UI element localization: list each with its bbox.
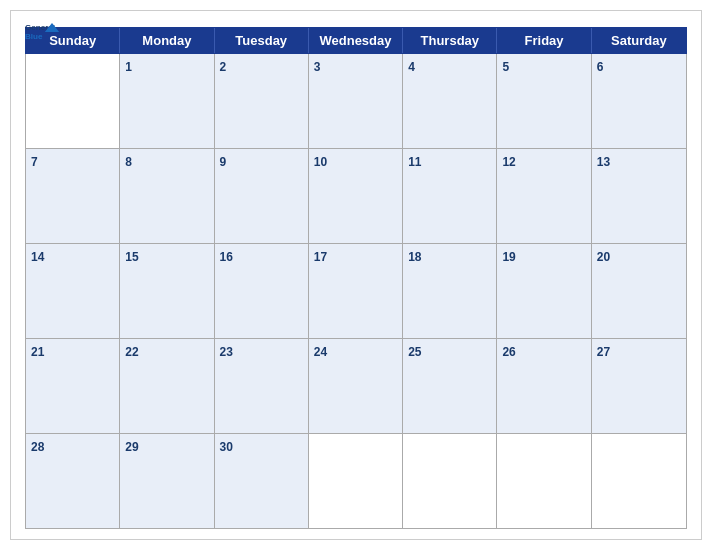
week-row-3: 14151617181920	[26, 244, 686, 339]
date-number: 18	[408, 250, 421, 264]
cal-cell: 4	[403, 54, 497, 148]
cal-cell	[26, 54, 120, 148]
day-name-monday: Monday	[120, 28, 214, 53]
cal-cell: 18	[403, 244, 497, 338]
date-number: 15	[125, 250, 138, 264]
days-header: SundayMondayTuesdayWednesdayThursdayFrid…	[25, 27, 687, 54]
cal-cell: 30	[215, 434, 309, 528]
date-number: 30	[220, 440, 233, 454]
date-number: 26	[502, 345, 515, 359]
cal-cell: 7	[26, 149, 120, 243]
cal-cell: 21	[26, 339, 120, 433]
cal-cell: 6	[592, 54, 686, 148]
cal-cell	[592, 434, 686, 528]
date-number: 29	[125, 440, 138, 454]
cal-cell: 26	[497, 339, 591, 433]
logo-icon: General Blue	[25, 21, 61, 41]
cal-cell	[403, 434, 497, 528]
date-number: 22	[125, 345, 138, 359]
cal-cell: 2	[215, 54, 309, 148]
cal-cell: 15	[120, 244, 214, 338]
cal-cell: 9	[215, 149, 309, 243]
cal-cell: 22	[120, 339, 214, 433]
day-name-thursday: Thursday	[403, 28, 497, 53]
date-number: 10	[314, 155, 327, 169]
week-row-2: 78910111213	[26, 149, 686, 244]
cal-cell: 28	[26, 434, 120, 528]
week-row-1: 123456	[26, 54, 686, 149]
day-name-tuesday: Tuesday	[215, 28, 309, 53]
cal-cell: 10	[309, 149, 403, 243]
cal-cell	[309, 434, 403, 528]
day-name-friday: Friday	[497, 28, 591, 53]
calendar: General Blue SundayMondayTuesdayWednesda…	[10, 10, 702, 540]
date-number: 27	[597, 345, 610, 359]
cal-cell: 29	[120, 434, 214, 528]
date-number: 19	[502, 250, 515, 264]
week-row-4: 21222324252627	[26, 339, 686, 434]
date-number: 8	[125, 155, 132, 169]
calendar-grid: SundayMondayTuesdayWednesdayThursdayFrid…	[25, 27, 687, 529]
cal-cell: 25	[403, 339, 497, 433]
date-number: 4	[408, 60, 415, 74]
cal-cell: 8	[120, 149, 214, 243]
cal-cell: 3	[309, 54, 403, 148]
cal-cell: 19	[497, 244, 591, 338]
day-name-saturday: Saturday	[592, 28, 686, 53]
cal-cell: 16	[215, 244, 309, 338]
date-number: 24	[314, 345, 327, 359]
date-number: 2	[220, 60, 227, 74]
date-number: 13	[597, 155, 610, 169]
date-number: 21	[31, 345, 44, 359]
date-number: 17	[314, 250, 327, 264]
cal-cell: 24	[309, 339, 403, 433]
day-name-wednesday: Wednesday	[309, 28, 403, 53]
date-number: 6	[597, 60, 604, 74]
svg-text:Blue: Blue	[25, 32, 43, 41]
date-number: 20	[597, 250, 610, 264]
cal-cell: 17	[309, 244, 403, 338]
cal-cell: 11	[403, 149, 497, 243]
date-number: 3	[314, 60, 321, 74]
cal-cell: 1	[120, 54, 214, 148]
cal-cell: 27	[592, 339, 686, 433]
cal-cell: 23	[215, 339, 309, 433]
date-number: 9	[220, 155, 227, 169]
date-number: 12	[502, 155, 515, 169]
calendar-weeks: 1234567891011121314151617181920212223242…	[25, 54, 687, 529]
date-number: 16	[220, 250, 233, 264]
cal-cell: 5	[497, 54, 591, 148]
date-number: 14	[31, 250, 44, 264]
week-row-5: 282930	[26, 434, 686, 528]
date-number: 1	[125, 60, 132, 74]
cal-cell	[497, 434, 591, 528]
logo: General Blue	[25, 21, 61, 41]
date-number: 25	[408, 345, 421, 359]
cal-cell: 14	[26, 244, 120, 338]
date-number: 11	[408, 155, 421, 169]
date-number: 7	[31, 155, 38, 169]
cal-cell: 13	[592, 149, 686, 243]
cal-cell: 20	[592, 244, 686, 338]
date-number: 23	[220, 345, 233, 359]
date-number: 28	[31, 440, 44, 454]
cal-cell: 12	[497, 149, 591, 243]
date-number: 5	[502, 60, 509, 74]
